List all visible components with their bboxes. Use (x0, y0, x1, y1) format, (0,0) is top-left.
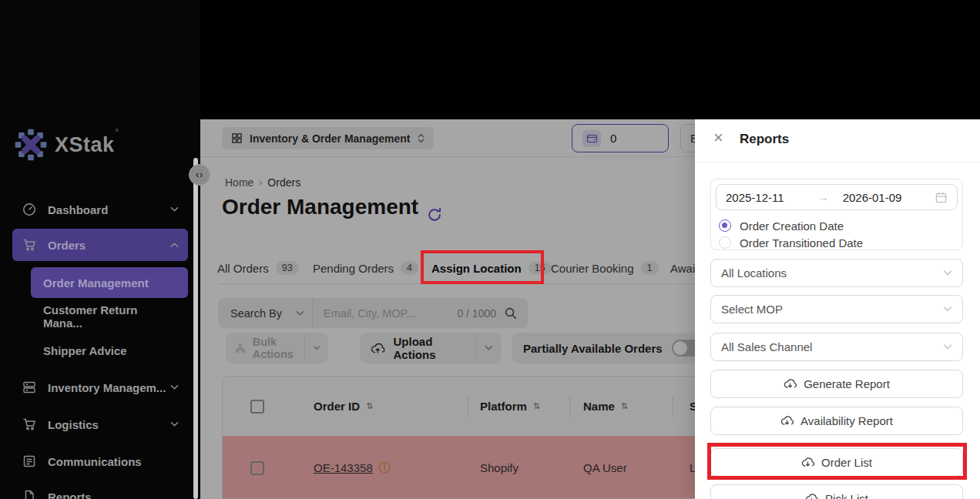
sidebar-item-inventory-management[interactable]: Inventory Managem... (12, 372, 188, 403)
sidebar-item-shipper-advice[interactable]: Shipper Advice (31, 337, 188, 364)
sidebar-collapse-button[interactable]: ‹› (189, 164, 210, 186)
sidebar-scrollbar[interactable] (193, 158, 198, 499)
sidebar-item-label: Shipper Advice (43, 344, 127, 357)
cut-off-button[interactable]: E (680, 124, 695, 152)
search-by-label: Search By (230, 307, 282, 320)
sidebar-item-label: Reports (48, 491, 92, 499)
bulk-actions-button[interactable]: Bulk Actions (226, 333, 328, 363)
search-group: Search By Email, City, MOP... 0 / 1000 (218, 298, 528, 328)
chevron-down-icon (314, 345, 320, 351)
tab-label: Await (670, 262, 695, 275)
drawer-header: × Reports (695, 119, 980, 162)
select-value: Select MOP (721, 303, 783, 316)
logo-trademark: ° (116, 127, 119, 136)
partially-available-orders-control: Partially Available Orders (512, 333, 695, 363)
search-by-dropdown[interactable]: Search By (218, 307, 312, 320)
info-icon[interactable]: ⓘ (379, 460, 391, 475)
breadcrumb-home[interactable]: Home (225, 176, 253, 189)
sidebar-item-communications[interactable]: Communications (12, 446, 188, 477)
chevron-down-icon (485, 345, 493, 351)
select-value: All Sales Channel (721, 340, 812, 353)
chevron-down-icon (943, 270, 952, 276)
availability-report-button[interactable]: Availability Report (710, 407, 963, 435)
sidebar-item-label: Inventory Managem... (48, 381, 166, 394)
upload-actions-label: Upload Actions (394, 335, 476, 361)
sidebar-item-customer-return[interactable]: Customer Return Mana... (31, 303, 188, 330)
table-row[interactable]: OE-143358 ⓘ Shopify QA User Lah (223, 436, 695, 499)
sort-icon[interactable]: ⇅ (366, 401, 373, 411)
date-to-value[interactable]: 2026-01-09 (843, 191, 902, 204)
tab-label: Courier Booking (551, 262, 634, 275)
partial-orders-toggle[interactable] (672, 340, 695, 357)
sidebar-item-label: Logistics (48, 418, 99, 431)
column-header[interactable]: Name (583, 400, 615, 413)
radio-selected-icon[interactable] (719, 219, 731, 232)
select-all-checkbox[interactable] (250, 400, 264, 414)
app-switcher-dropdown[interactable]: Inventory & Order Management (222, 127, 434, 149)
tab-pending-orders[interactable]: Pending Orders 4 (313, 256, 418, 280)
row-checkbox[interactable] (250, 461, 264, 475)
grid-icon (231, 132, 243, 144)
cart-icon (22, 417, 37, 432)
chevron-up-icon (170, 242, 179, 248)
toggle-knob (673, 341, 687, 355)
tab-awaiting[interactable]: Await (670, 256, 695, 280)
radio-order-transitioned-date[interactable]: Order Transitioned Date (719, 235, 863, 250)
select-value: All Locations (721, 266, 787, 280)
tab-courier-booking[interactable]: Courier Booking 1 (551, 256, 659, 280)
logo-text: XStak (55, 133, 115, 156)
close-icon[interactable]: × (713, 129, 723, 146)
radio-unselected-icon[interactable] (719, 236, 731, 249)
page-title: Order Management (222, 195, 418, 219)
platform-cell: Shopify (480, 461, 519, 474)
button-label: Availability Report (800, 414, 893, 427)
generate-report-button[interactable]: Generate Report (710, 370, 963, 398)
column-header[interactable]: Shi (690, 400, 695, 413)
mop-select[interactable]: Select MOP (710, 295, 963, 323)
wallet-button[interactable]: 0 (572, 124, 669, 152)
sidebar-item-reports[interactable]: Reports (12, 481, 188, 499)
sidebar: XStak° Dashboard Orders Order Management… (0, 0, 200, 499)
cloud-download-icon (784, 377, 797, 390)
reports-drawer: × Reports 2025-12-11 → 2026-01-09 Order … (695, 119, 980, 499)
order-id-link[interactable]: OE-143358 (314, 461, 373, 474)
breadcrumb: Home › Orders (225, 176, 300, 189)
date-range-picker[interactable]: 2025-12-11 → 2026-01-09 (716, 184, 958, 210)
button-label: Generate Report (804, 377, 890, 390)
column-header[interactable]: Order ID (314, 400, 360, 413)
xstak-logo-icon (14, 128, 48, 162)
cloud-download-icon (780, 414, 794, 427)
locations-select[interactable]: All Locations (710, 259, 963, 287)
app-logo: XStak° (14, 128, 118, 162)
divider (468, 396, 468, 417)
cart-icon (22, 237, 37, 253)
sort-icon[interactable]: ⇅ (621, 401, 628, 411)
sidebar-item-logistics[interactable]: Logistics (12, 409, 188, 440)
tab-count-badge: 93 (276, 261, 299, 275)
refresh-icon[interactable] (426, 206, 443, 223)
dashboard-icon (22, 202, 37, 217)
sales-channel-select[interactable]: All Sales Channel (710, 333, 963, 361)
radio-order-creation-date[interactable]: Order Creation Date (719, 218, 844, 233)
sidebar-item-order-management[interactable]: Order Management (31, 267, 188, 298)
drawer-title: Reports (740, 132, 789, 147)
tab-all-orders[interactable]: All Orders 93 (217, 256, 299, 280)
search-input[interactable]: Email, City, MOP... (313, 307, 457, 320)
table-header-row: Order ID ⇅ Platform ⇅ Name ⇅ Shi (223, 377, 695, 436)
chevron-down-icon (170, 384, 179, 390)
char-counter: 0 / 1000 (457, 307, 496, 320)
breadcrumb-separator: › (259, 177, 262, 188)
button-label: Pick List (825, 492, 868, 499)
sidebar-item-dashboard[interactable]: Dashboard (12, 194, 188, 225)
sidebar-item-label: Order Management (43, 276, 149, 290)
search-icon[interactable] (504, 306, 517, 320)
pick-list-button[interactable]: Pick List (710, 484, 963, 499)
tab-label: Pending Orders (313, 262, 394, 275)
sidebar-item-orders[interactable]: Orders (12, 229, 188, 261)
ship-cell: Lah (690, 461, 695, 474)
sort-icon[interactable]: ⇅ (533, 401, 540, 411)
upload-actions-button[interactable]: Upload Actions (360, 333, 502, 363)
tab-count-badge: 4 (401, 261, 418, 275)
column-header[interactable]: Platform (480, 400, 527, 413)
date-from-value[interactable]: 2025-12-11 (726, 191, 784, 204)
